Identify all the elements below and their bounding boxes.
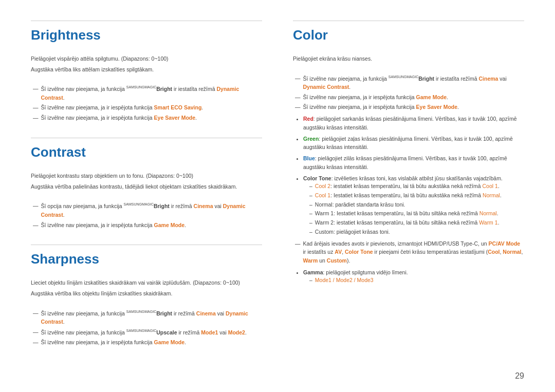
sharpness-title: Sharpness <box>31 245 262 271</box>
color-section: Color Pielāgojiet ekrāna krāsu nianses. … <box>293 21 524 285</box>
brightness-section: Brightness Pielāgojiet vispārējo attēla … <box>31 21 262 122</box>
brightness-note-1: Šī izvēlne nav pieejama, ja funkcija SAM… <box>31 84 262 102</box>
sharpness-desc2: Augstāka vērtība liks objektu līnijām iz… <box>31 289 262 298</box>
color-bullet-gamma: Gamma: pielāgojiet spilgtuma vidējo līme… <box>303 268 524 285</box>
right-column: Color Pielāgojiet ekrāna krāsu nianses. … <box>293 21 524 362</box>
color-note-1: Šī izvēlne nav pieejama, ja funkcija SAM… <box>293 74 524 91</box>
color-bullet-red: Red: pielāgojiet sarkanās krāsas piesāti… <box>303 115 524 132</box>
contrast-desc2: Augstāka vērtība palielināas kontrastu, … <box>31 182 262 191</box>
page-content: Brightness Pielāgojiet vispārējo attēla … <box>0 0 555 392</box>
colortone-warm1: Warm 1: Iestatiet krāsas temperatūru, la… <box>309 210 524 218</box>
left-column: Brightness Pielāgojiet vispārējo attēla … <box>31 21 262 362</box>
brightness-body: Pielāgojiet vispārējo attēla spilgtumu. … <box>31 54 262 122</box>
page-number: 29 <box>515 371 524 381</box>
color-bullet-blue: Blue: pielāgojiet zilās krāsas piesātinā… <box>303 154 524 171</box>
brightness-note-3: Šī izvēlne nav pieejama, ja ir iespējota… <box>31 114 262 122</box>
sharpness-body: Lieciet objektu līnijām izskatīties skai… <box>31 278 262 347</box>
color-title: Color <box>293 21 524 47</box>
color-bullet-green: Green: pielāgojiet zaļas krāsas piesātin… <box>303 135 524 152</box>
gamma-bullet-list: Gamma: pielāgojiet spilgtuma vidējo līme… <box>293 268 524 285</box>
color-desc1: Pielāgojiet ekrāna krāsu nianses. <box>293 54 524 63</box>
contrast-note-1: Šī opcija nav pieejama, ja funkcija SAMS… <box>31 201 262 219</box>
colortone-custom: Custom: pielāgojiet krāsas toni. <box>309 228 524 236</box>
contrast-section: Contrast Pielāgojiet kontrastu starp obj… <box>31 138 262 229</box>
sharpness-desc1: Lieciet objektu līnijām izskatīties skai… <box>31 278 262 287</box>
sharpness-note-2: Šī izvēlne nav pieejama, ja funkcija SAM… <box>31 328 262 337</box>
gamma-subbullet: Mode1 / Mode2 / Mode3 <box>303 276 524 285</box>
brightness-title: Brightness <box>31 21 262 47</box>
color-body: Pielāgojiet ekrāna krāsu nianses. Šī izv… <box>293 54 524 285</box>
contrast-title: Contrast <box>31 138 262 164</box>
colortone-cool2: Cool 2: iestatiet krāsas temperatūru, la… <box>309 182 524 191</box>
color-note-2: Šī izvēlne nav pieejama, ja ir iespējota… <box>293 93 524 102</box>
contrast-note-2: Šī izvēlne nav pieejama, ja ir iespējota… <box>31 221 262 230</box>
colortone-cool1: Cool 1: Iestatiet krāsas temperatūru, la… <box>309 192 524 200</box>
sharpness-section: Sharpness Lieciet objektu līnijām izskat… <box>31 245 262 347</box>
contrast-desc1: Pielāgojiet kontrastu starp objektiem un… <box>31 172 262 180</box>
contrast-body: Pielāgojiet kontrastu starp objektiem un… <box>31 172 262 229</box>
sharpness-note-3: Šī izvēlne nav pieejama, ja ir iespējota… <box>31 338 262 347</box>
color-extra-note: Kad ārējais ievades avots ir pievienots,… <box>293 239 524 265</box>
color-note-3: Šī izvēlne nav pieejama, ja ir iespējota… <box>293 103 524 111</box>
brightness-note-2: Šī izvēlne nav pieejama, ja ir iespējota… <box>31 103 262 112</box>
color-bullet-list: Red: pielāgojiet sarkanās krāsas piesāti… <box>293 115 524 236</box>
color-bullet-colortone: Color Tone: izvēlieties krāsas toni, kas… <box>303 174 524 236</box>
colortone-normal: Normal: parādiet standarta krāsu toni. <box>309 201 524 209</box>
brightness-desc2: Augstāka vērtība liks attēlam izskatītie… <box>31 65 262 74</box>
brightness-desc1: Pielāgojiet vispārējo attēla spilgtumu. … <box>31 54 262 63</box>
colortone-warm2: Warm 2: iestatiet krāsas temperatūru, la… <box>309 219 524 227</box>
colortone-subbullet: Cool 2: iestatiet krāsas temperatūru, la… <box>303 182 524 236</box>
gamma-modes: Mode1 / Mode2 / Mode3 <box>309 276 524 285</box>
sharpness-note-1: Šī izvēlne nav pieejama, ja funkcija SAM… <box>31 309 262 326</box>
